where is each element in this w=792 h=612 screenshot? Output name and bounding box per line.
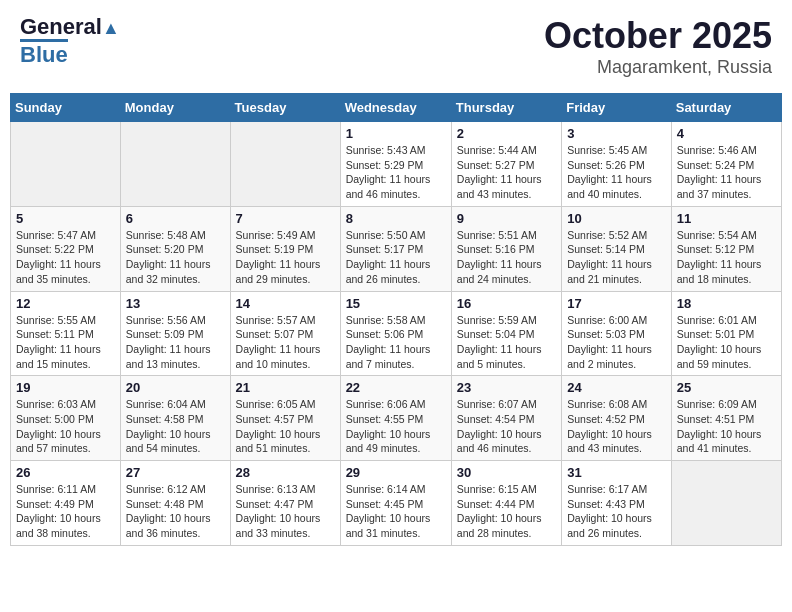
calendar-cell: 12Sunrise: 5:55 AM Sunset: 5:11 PM Dayli… [11, 291, 121, 376]
calendar-cell: 1Sunrise: 5:43 AM Sunset: 5:29 PM Daylig… [340, 122, 451, 207]
day-info: Sunrise: 5:43 AM Sunset: 5:29 PM Dayligh… [346, 143, 446, 202]
day-number: 20 [126, 380, 225, 395]
day-number: 1 [346, 126, 446, 141]
calendar-cell [230, 122, 340, 207]
day-info: Sunrise: 6:06 AM Sunset: 4:55 PM Dayligh… [346, 397, 446, 456]
day-number: 5 [16, 211, 115, 226]
day-of-week-sunday: Sunday [11, 94, 121, 122]
calendar-cell: 5Sunrise: 5:47 AM Sunset: 5:22 PM Daylig… [11, 206, 121, 291]
day-info: Sunrise: 6:12 AM Sunset: 4:48 PM Dayligh… [126, 482, 225, 541]
calendar-week-2: 5Sunrise: 5:47 AM Sunset: 5:22 PM Daylig… [11, 206, 782, 291]
day-number: 16 [457, 296, 556, 311]
day-info: Sunrise: 5:48 AM Sunset: 5:20 PM Dayligh… [126, 228, 225, 287]
calendar-cell [671, 461, 781, 546]
day-info: Sunrise: 5:59 AM Sunset: 5:04 PM Dayligh… [457, 313, 556, 372]
day-info: Sunrise: 5:46 AM Sunset: 5:24 PM Dayligh… [677, 143, 776, 202]
calendar-cell: 25Sunrise: 6:09 AM Sunset: 4:51 PM Dayli… [671, 376, 781, 461]
calendar-header-row: SundayMondayTuesdayWednesdayThursdayFrid… [11, 94, 782, 122]
calendar-cell: 14Sunrise: 5:57 AM Sunset: 5:07 PM Dayli… [230, 291, 340, 376]
day-number: 10 [567, 211, 666, 226]
calendar-cell: 24Sunrise: 6:08 AM Sunset: 4:52 PM Dayli… [562, 376, 672, 461]
calendar-cell: 22Sunrise: 6:06 AM Sunset: 4:55 PM Dayli… [340, 376, 451, 461]
calendar-cell: 19Sunrise: 6:03 AM Sunset: 5:00 PM Dayli… [11, 376, 121, 461]
day-info: Sunrise: 5:51 AM Sunset: 5:16 PM Dayligh… [457, 228, 556, 287]
day-number: 3 [567, 126, 666, 141]
logo-blue-text: Blue [20, 39, 68, 67]
day-number: 19 [16, 380, 115, 395]
calendar-cell: 28Sunrise: 6:13 AM Sunset: 4:47 PM Dayli… [230, 461, 340, 546]
calendar-cell: 16Sunrise: 5:59 AM Sunset: 5:04 PM Dayli… [451, 291, 561, 376]
day-of-week-tuesday: Tuesday [230, 94, 340, 122]
day-number: 28 [236, 465, 335, 480]
day-info: Sunrise: 6:01 AM Sunset: 5:01 PM Dayligh… [677, 313, 776, 372]
day-number: 8 [346, 211, 446, 226]
calendar-cell [11, 122, 121, 207]
calendar-cell: 18Sunrise: 6:01 AM Sunset: 5:01 PM Dayli… [671, 291, 781, 376]
calendar-cell: 6Sunrise: 5:48 AM Sunset: 5:20 PM Daylig… [120, 206, 230, 291]
day-number: 9 [457, 211, 556, 226]
day-info: Sunrise: 5:55 AM Sunset: 5:11 PM Dayligh… [16, 313, 115, 372]
day-info: Sunrise: 6:04 AM Sunset: 4:58 PM Dayligh… [126, 397, 225, 456]
calendar-cell: 11Sunrise: 5:54 AM Sunset: 5:12 PM Dayli… [671, 206, 781, 291]
calendar-cell: 23Sunrise: 6:07 AM Sunset: 4:54 PM Dayli… [451, 376, 561, 461]
calendar-cell: 8Sunrise: 5:50 AM Sunset: 5:17 PM Daylig… [340, 206, 451, 291]
day-info: Sunrise: 6:07 AM Sunset: 4:54 PM Dayligh… [457, 397, 556, 456]
calendar-cell [120, 122, 230, 207]
calendar-cell: 13Sunrise: 5:56 AM Sunset: 5:09 PM Dayli… [120, 291, 230, 376]
day-number: 18 [677, 296, 776, 311]
day-info: Sunrise: 5:47 AM Sunset: 5:22 PM Dayligh… [16, 228, 115, 287]
page-header: General▲ Blue October 2025 Magaramkent, … [10, 10, 782, 83]
day-number: 6 [126, 211, 225, 226]
day-number: 29 [346, 465, 446, 480]
day-number: 21 [236, 380, 335, 395]
day-number: 13 [126, 296, 225, 311]
calendar-cell: 21Sunrise: 6:05 AM Sunset: 4:57 PM Dayli… [230, 376, 340, 461]
day-number: 22 [346, 380, 446, 395]
day-number: 7 [236, 211, 335, 226]
day-info: Sunrise: 5:52 AM Sunset: 5:14 PM Dayligh… [567, 228, 666, 287]
day-number: 12 [16, 296, 115, 311]
day-number: 14 [236, 296, 335, 311]
day-of-week-monday: Monday [120, 94, 230, 122]
day-info: Sunrise: 6:15 AM Sunset: 4:44 PM Dayligh… [457, 482, 556, 541]
day-number: 27 [126, 465, 225, 480]
day-number: 26 [16, 465, 115, 480]
day-number: 11 [677, 211, 776, 226]
day-number: 4 [677, 126, 776, 141]
day-number: 31 [567, 465, 666, 480]
day-number: 17 [567, 296, 666, 311]
calendar-cell: 15Sunrise: 5:58 AM Sunset: 5:06 PM Dayli… [340, 291, 451, 376]
day-of-week-saturday: Saturday [671, 94, 781, 122]
day-info: Sunrise: 6:14 AM Sunset: 4:45 PM Dayligh… [346, 482, 446, 541]
day-info: Sunrise: 5:57 AM Sunset: 5:07 PM Dayligh… [236, 313, 335, 372]
calendar-cell: 17Sunrise: 6:00 AM Sunset: 5:03 PM Dayli… [562, 291, 672, 376]
calendar-cell: 9Sunrise: 5:51 AM Sunset: 5:16 PM Daylig… [451, 206, 561, 291]
calendar-cell: 27Sunrise: 6:12 AM Sunset: 4:48 PM Dayli… [120, 461, 230, 546]
day-info: Sunrise: 5:50 AM Sunset: 5:17 PM Dayligh… [346, 228, 446, 287]
day-of-week-wednesday: Wednesday [340, 94, 451, 122]
day-info: Sunrise: 6:05 AM Sunset: 4:57 PM Dayligh… [236, 397, 335, 456]
calendar-cell: 7Sunrise: 5:49 AM Sunset: 5:19 PM Daylig… [230, 206, 340, 291]
day-number: 15 [346, 296, 446, 311]
calendar-cell: 31Sunrise: 6:17 AM Sunset: 4:43 PM Dayli… [562, 461, 672, 546]
day-info: Sunrise: 6:08 AM Sunset: 4:52 PM Dayligh… [567, 397, 666, 456]
calendar-week-4: 19Sunrise: 6:03 AM Sunset: 5:00 PM Dayli… [11, 376, 782, 461]
day-info: Sunrise: 6:00 AM Sunset: 5:03 PM Dayligh… [567, 313, 666, 372]
day-info: Sunrise: 6:11 AM Sunset: 4:49 PM Dayligh… [16, 482, 115, 541]
day-number: 23 [457, 380, 556, 395]
day-number: 30 [457, 465, 556, 480]
calendar-cell: 2Sunrise: 5:44 AM Sunset: 5:27 PM Daylig… [451, 122, 561, 207]
day-info: Sunrise: 6:09 AM Sunset: 4:51 PM Dayligh… [677, 397, 776, 456]
calendar-cell: 26Sunrise: 6:11 AM Sunset: 4:49 PM Dayli… [11, 461, 121, 546]
calendar-table: SundayMondayTuesdayWednesdayThursdayFrid… [10, 93, 782, 546]
calendar-cell: 30Sunrise: 6:15 AM Sunset: 4:44 PM Dayli… [451, 461, 561, 546]
calendar-week-1: 1Sunrise: 5:43 AM Sunset: 5:29 PM Daylig… [11, 122, 782, 207]
day-info: Sunrise: 5:56 AM Sunset: 5:09 PM Dayligh… [126, 313, 225, 372]
day-info: Sunrise: 5:49 AM Sunset: 5:19 PM Dayligh… [236, 228, 335, 287]
title-section: October 2025 Magaramkent, Russia [544, 15, 772, 78]
day-of-week-thursday: Thursday [451, 94, 561, 122]
logo: General▲ Blue [20, 15, 120, 67]
day-info: Sunrise: 6:03 AM Sunset: 5:00 PM Dayligh… [16, 397, 115, 456]
calendar-cell: 20Sunrise: 6:04 AM Sunset: 4:58 PM Dayli… [120, 376, 230, 461]
calendar-subtitle: Magaramkent, Russia [544, 57, 772, 78]
